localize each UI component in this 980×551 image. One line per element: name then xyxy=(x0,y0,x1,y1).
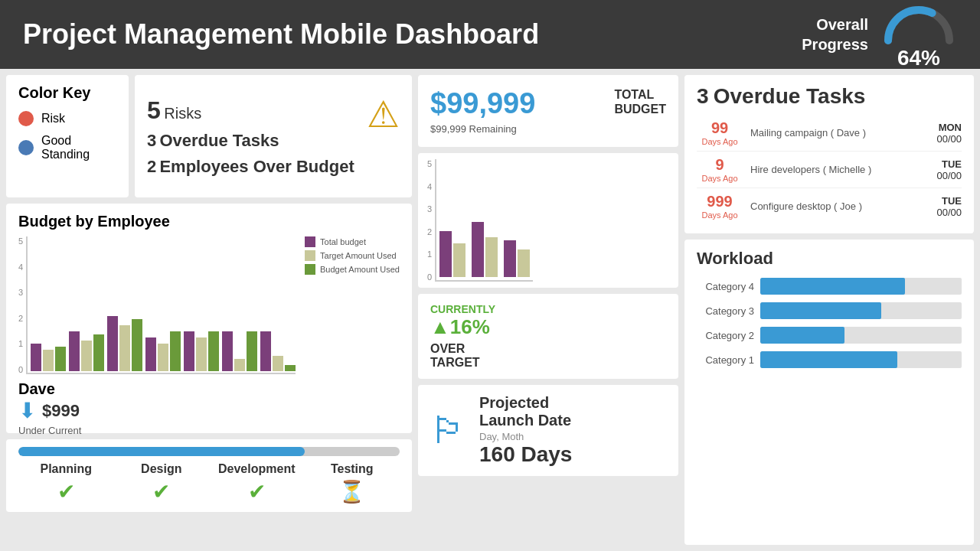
hourglass-icon-testing: ⏳ xyxy=(305,479,400,504)
middle-column: $99,999 $99,999 Remaining TOTALBUDGET 54… xyxy=(418,75,678,545)
bar-target-3 xyxy=(119,325,130,371)
budget-content: 543210 xyxy=(18,236,400,449)
bar-total-2 xyxy=(69,331,80,371)
budget-legend: Total budget Target Amount Used Budget A… xyxy=(305,236,400,449)
progress-bar-fill xyxy=(18,447,305,456)
budget-top-row: $99,999 $99,999 Remaining TOTALBUDGET xyxy=(430,87,666,135)
overdue-days-col-2: 9 Days Ago xyxy=(697,156,743,183)
good-dot xyxy=(18,140,34,155)
check-icon-planning: ✔ xyxy=(18,479,114,504)
color-key-title: Color Key xyxy=(18,84,116,102)
overdue-row-3: 999 Days Ago Configure desktop ( Joe ) T… xyxy=(697,188,962,224)
mini-chart-container: 543210 xyxy=(427,159,669,282)
overdue-day-3: TUE xyxy=(936,195,962,207)
over-budget-label: Employees Over Budget xyxy=(159,157,354,176)
overdue-card: 3 Overdue Tasks 99 Days Ago Mailing camp… xyxy=(684,75,974,233)
budget-remaining: $99,999 Remaining xyxy=(430,123,535,135)
overdue-datenum-2: 00/00 xyxy=(936,170,962,181)
bar-group-5 xyxy=(184,331,219,371)
budget-y-axis: 543210 xyxy=(18,236,26,374)
overdue-count-big: 3 xyxy=(697,84,709,108)
bar-target-5 xyxy=(196,337,207,371)
currently-label: CURRENTLY xyxy=(430,303,666,315)
flag-icon: 🏳 xyxy=(430,409,467,452)
header-progress: OverallProgress 64% xyxy=(802,0,957,70)
overdue-title: 3 Overdue Tasks xyxy=(697,84,962,109)
left-column: Color Key Risk GoodStanding 5 Risks xyxy=(6,75,412,545)
over-target-label: OVERTARGET xyxy=(430,342,666,370)
workload-bar-cat3 xyxy=(760,302,881,319)
bar-total-6 xyxy=(222,331,233,371)
budget-right: TOTALBUDGET xyxy=(614,87,666,116)
currently-pct: ▲16% xyxy=(430,315,666,339)
overdue-title-text: Overdue Tasks xyxy=(714,84,866,108)
legend-budget: Budget Amount Used xyxy=(305,264,400,275)
stage-testing-label: Testing xyxy=(305,462,400,476)
gauge-chart xyxy=(880,0,957,44)
stage-planning: Planning ✔ xyxy=(18,462,114,504)
budget-title: Budget by Employee xyxy=(18,213,400,230)
workload-label-cat2: Category 2 xyxy=(697,330,754,341)
bar-total-5 xyxy=(184,331,194,371)
overdue-day-2: TUE xyxy=(936,158,962,170)
mini-bar-3 xyxy=(504,240,516,277)
overdue-label: Overdue Tasks xyxy=(159,131,279,150)
workload-bar-cat4 xyxy=(760,278,905,295)
mini-bar-chart xyxy=(435,159,533,282)
workload-title: Workload xyxy=(697,249,962,269)
dave-name: Dave xyxy=(18,380,299,398)
launch-title: ProjectedLaunch Date xyxy=(479,394,572,429)
stage-design: Design ✔ xyxy=(114,462,210,504)
overdue-info-2: Hire developers ( Michelle ) xyxy=(750,164,929,175)
color-key-card: Color Key Risk GoodStanding xyxy=(6,75,129,197)
legend-target: Target Amount Used xyxy=(305,250,400,261)
bar-target-2 xyxy=(81,341,92,371)
dave-amount: $999 xyxy=(42,401,80,421)
overdue-row-2: 9 Days Ago Hire developers ( Michelle ) … xyxy=(697,152,962,188)
workload-row-cat4: Category 4 xyxy=(697,278,962,295)
budget-bar-chart xyxy=(26,236,296,374)
workload-row-cat1: Category 1 xyxy=(697,351,962,368)
overdue-datenum-1: 00/00 xyxy=(936,133,962,145)
launch-days: 160 Days xyxy=(479,442,572,467)
bar-target-1 xyxy=(43,350,54,371)
risks-label: Risks xyxy=(164,105,201,122)
mini-y-axis: 543210 xyxy=(427,159,435,282)
bar-budget-6 xyxy=(247,331,257,371)
bar-group-7 xyxy=(260,331,296,371)
overdue-days-col-3: 999 Days Ago xyxy=(697,193,743,220)
bar-target-4 xyxy=(158,344,168,371)
overdue-days-1: 99 xyxy=(697,119,743,137)
bar-total-3 xyxy=(107,316,118,371)
legend-label-target: Target Amount Used xyxy=(320,251,397,260)
overdue-count: 3 xyxy=(147,131,156,150)
mini-budget-chart-card: 543210 xyxy=(418,153,678,288)
stage-design-label: Design xyxy=(114,462,210,476)
stage-testing: Testing ⏳ xyxy=(305,462,400,504)
workload-label-cat4: Category 4 xyxy=(697,281,754,292)
progress-bar-track xyxy=(18,447,400,456)
stage-development-label: Development xyxy=(209,462,305,476)
mini-group-1 xyxy=(439,231,466,277)
workload-bar-track-cat1 xyxy=(760,351,962,368)
launch-card: 🏳 ProjectedLaunch Date Day, Moth 160 Day… xyxy=(418,385,678,476)
risks-count: 5 xyxy=(147,96,161,124)
bar-budget-5 xyxy=(208,331,219,371)
launch-sub: Day, Moth xyxy=(479,431,572,442)
check-icon-design: ✔ xyxy=(114,479,210,504)
mini-bar-target-2 xyxy=(485,237,498,277)
key-item-good: GoodStanding xyxy=(18,134,116,161)
overdue-days-2: 9 xyxy=(697,156,743,174)
overdue-day-1: MON xyxy=(936,122,962,133)
budget-chart-container: 543210 xyxy=(18,236,299,374)
legend-box-total xyxy=(305,236,315,247)
overdue-days-label-2: Days Ago xyxy=(697,174,743,183)
progress-section: Planning ✔ Design ✔ Development ✔ Testin… xyxy=(6,439,412,512)
mini-group-2 xyxy=(472,222,498,277)
workload-label-cat3: Category 3 xyxy=(697,305,754,317)
bar-target-6 xyxy=(234,359,245,371)
bar-budget-7 xyxy=(285,365,296,371)
bar-group-6 xyxy=(222,331,257,371)
gauge-value: 64% xyxy=(897,46,940,70)
bar-target-7 xyxy=(273,356,283,371)
